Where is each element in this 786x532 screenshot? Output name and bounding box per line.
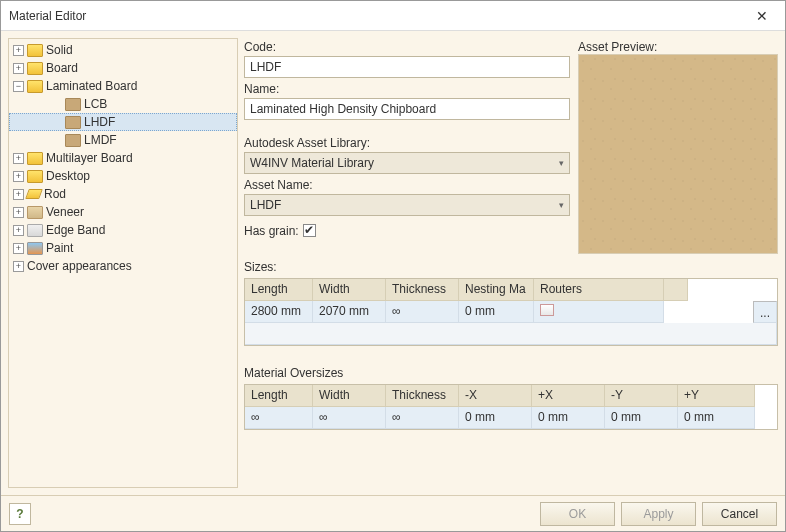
oversizes-cell[interactable]: ∞ bbox=[386, 407, 459, 429]
expand-icon[interactable]: + bbox=[13, 225, 24, 236]
oversizes-header[interactable]: Length bbox=[245, 385, 313, 407]
folder-icon bbox=[27, 152, 43, 165]
oversizes-grid: LengthWidthThickness-X+X-Y+Y ∞∞∞0 mm0 mm… bbox=[244, 384, 778, 430]
oversizes-header[interactable]: Width bbox=[313, 385, 386, 407]
titlebar: Material Editor ✕ bbox=[1, 1, 785, 31]
tree-item-label: LHDF bbox=[84, 115, 115, 129]
asset-name-select[interactable]: LHDF ▾ bbox=[244, 194, 570, 216]
asset-library-select[interactable]: W4INV Material Library ▾ bbox=[244, 152, 570, 174]
tree-item-desktop[interactable]: +Desktop bbox=[9, 167, 237, 185]
cancel-button[interactable]: Cancel bbox=[702, 502, 777, 526]
expand-icon[interactable]: + bbox=[13, 171, 24, 182]
has-grain-label: Has grain: bbox=[244, 224, 299, 238]
tree-item-label: Board bbox=[46, 61, 78, 75]
asset-library-label: Autodesk Asset Library: bbox=[244, 136, 570, 150]
sizes-header[interactable]: Nesting Ma bbox=[459, 279, 534, 301]
tree-item-label: Veneer bbox=[46, 205, 84, 219]
oversizes-cell[interactable]: 0 mm bbox=[678, 407, 755, 429]
tree-item-label: Cover appearances bbox=[27, 259, 132, 273]
tree-item-cover-appearances[interactable]: +Cover appearances bbox=[9, 257, 237, 275]
oversizes-header[interactable]: +Y bbox=[678, 385, 755, 407]
expand-placeholder bbox=[32, 117, 43, 128]
sizes-header[interactable]: Width bbox=[313, 279, 386, 301]
tree-item-label: Paint bbox=[46, 241, 73, 255]
folder-icon bbox=[65, 134, 81, 147]
oversizes-title: Material Oversizes bbox=[244, 366, 778, 380]
tree-item-edge-band[interactable]: +Edge Band bbox=[9, 221, 237, 239]
expand-icon[interactable]: + bbox=[13, 153, 24, 164]
oversizes-cell[interactable]: ∞ bbox=[245, 407, 313, 429]
tree-item-label: LCB bbox=[84, 97, 107, 111]
tree-item-laminated-board[interactable]: −Laminated Board bbox=[9, 77, 237, 95]
apply-button[interactable]: Apply bbox=[621, 502, 696, 526]
asset-preview-image bbox=[578, 54, 778, 254]
ok-button[interactable]: OK bbox=[540, 502, 615, 526]
tree-item-veneer[interactable]: +Veneer bbox=[9, 203, 237, 221]
sizes-header[interactable]: Length bbox=[245, 279, 313, 301]
sizes-cell[interactable]: ∞ bbox=[386, 301, 459, 323]
detail-panel: Code: Name: Autodesk Asset Library: W4IN… bbox=[244, 38, 778, 488]
asset-name-label: Asset Name: bbox=[244, 178, 570, 192]
sizes-more-button[interactable]: ... bbox=[753, 301, 777, 323]
name-input[interactable] bbox=[244, 98, 570, 120]
code-input[interactable] bbox=[244, 56, 570, 78]
code-label: Code: bbox=[244, 40, 570, 54]
oversizes-cell[interactable]: ∞ bbox=[313, 407, 386, 429]
tree-item-multilayer-board[interactable]: +Multilayer Board bbox=[9, 149, 237, 167]
window-title: Material Editor bbox=[9, 9, 747, 23]
expand-icon[interactable]: + bbox=[13, 243, 24, 254]
folder-icon bbox=[27, 44, 43, 57]
name-label: Name: bbox=[244, 82, 570, 96]
tree-item-label: Solid bbox=[46, 43, 73, 57]
expand-icon[interactable]: + bbox=[13, 63, 24, 74]
chevron-down-icon: ▾ bbox=[559, 158, 564, 168]
folder-icon bbox=[65, 116, 81, 129]
sizes-cell[interactable]: 0 mm bbox=[459, 301, 534, 323]
tree-item-board[interactable]: +Board bbox=[9, 59, 237, 77]
expand-icon[interactable]: + bbox=[13, 189, 24, 200]
folder-icon bbox=[27, 62, 43, 75]
sizes-header[interactable] bbox=[664, 279, 688, 301]
collapse-icon[interactable]: − bbox=[13, 81, 24, 92]
expand-icon[interactable]: + bbox=[13, 261, 24, 272]
folder-icon bbox=[27, 80, 43, 93]
oversizes-cell[interactable]: 0 mm bbox=[532, 407, 605, 429]
tree-item-paint[interactable]: +Paint bbox=[9, 239, 237, 257]
sizes-title: Sizes: bbox=[244, 260, 778, 274]
asset-name-value: LHDF bbox=[250, 198, 281, 212]
oversizes-header[interactable]: +X bbox=[532, 385, 605, 407]
folder-icon bbox=[27, 224, 43, 237]
tree-item-rod[interactable]: +Rod bbox=[9, 185, 237, 203]
oversizes-header[interactable]: -X bbox=[459, 385, 532, 407]
tree-item-lmdf[interactable]: LMDF bbox=[9, 131, 237, 149]
oversizes-header[interactable]: Thickness bbox=[386, 385, 459, 407]
chevron-down-icon: ▾ bbox=[559, 200, 564, 210]
close-icon[interactable]: ✕ bbox=[747, 8, 777, 24]
footer: ? OK Apply Cancel bbox=[1, 495, 785, 531]
asset-preview-label: Asset Preview: bbox=[578, 40, 778, 54]
expand-icon[interactable]: + bbox=[13, 207, 24, 218]
expand-placeholder bbox=[32, 135, 43, 146]
folder-icon bbox=[25, 189, 43, 199]
oversizes-cell[interactable]: 0 mm bbox=[459, 407, 532, 429]
oversizes-cell[interactable]: 0 mm bbox=[605, 407, 678, 429]
material-editor-window: Material Editor ✕ +Solid+Board−Laminated… bbox=[0, 0, 786, 532]
asset-library-value: W4INV Material Library bbox=[250, 156, 374, 170]
sizes-header[interactable]: Routers bbox=[534, 279, 664, 301]
tree-item-label: Edge Band bbox=[46, 223, 105, 237]
expand-icon[interactable]: + bbox=[13, 45, 24, 56]
tree-item-solid[interactable]: +Solid bbox=[9, 41, 237, 59]
tree-item-lhdf[interactable]: LHDF bbox=[9, 113, 237, 131]
has-grain-checkbox[interactable]: ✔ bbox=[303, 224, 316, 237]
sizes-cell[interactable]: 2800 mm bbox=[245, 301, 313, 323]
material-tree[interactable]: +Solid+Board−Laminated BoardLCBLHDFLMDF+… bbox=[8, 38, 238, 488]
tree-item-label: Laminated Board bbox=[46, 79, 137, 93]
tree-item-lcb[interactable]: LCB bbox=[9, 95, 237, 113]
expand-placeholder bbox=[32, 99, 43, 110]
sizes-cell[interactable] bbox=[534, 301, 664, 323]
oversizes-header[interactable]: -Y bbox=[605, 385, 678, 407]
help-button[interactable]: ? bbox=[9, 503, 31, 525]
sizes-cell[interactable]: 2070 mm bbox=[313, 301, 386, 323]
sizes-grid: LengthWidthThicknessNesting MaRouters 28… bbox=[244, 278, 778, 346]
sizes-header[interactable]: Thickness bbox=[386, 279, 459, 301]
